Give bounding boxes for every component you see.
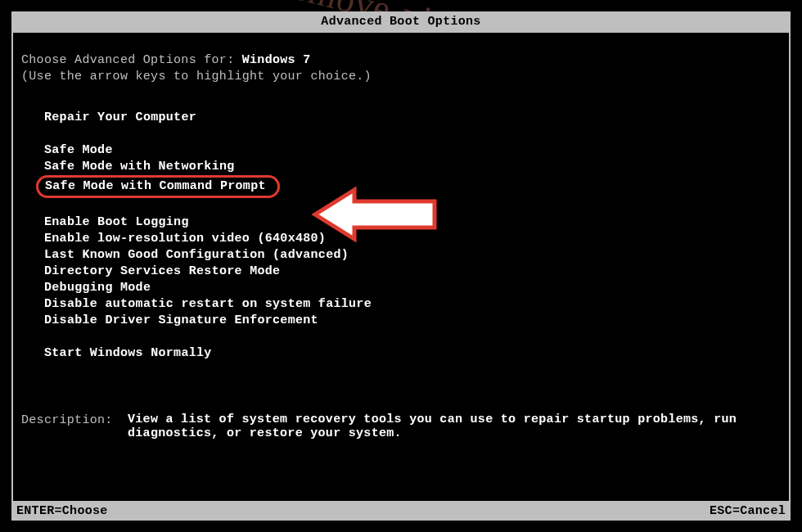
menu-separator	[44, 329, 781, 345]
choose-prefix: Choose Advanced Options for:	[21, 53, 242, 67]
boot-menu[interactable]: Repair Your ComputerSafe ModeSafe Mode w…	[44, 110, 781, 362]
content-area: Choose Advanced Options for: Windows 7 (…	[21, 52, 781, 493]
boot-menu-item[interactable]: Enable low-resolution video (640x480)	[44, 231, 781, 247]
description-text: View a list of system recovery tools you…	[128, 413, 781, 440]
boot-menu-item[interactable]: Enable Boot Logging	[44, 214, 781, 231]
boot-menu-item[interactable]: Debugging Mode	[44, 280, 781, 296]
choose-line: Choose Advanced Options for: Windows 7	[21, 52, 781, 69]
description-row: Description: View a list of system recov…	[21, 413, 781, 440]
menu-separator	[44, 198, 781, 214]
boot-menu-item[interactable]: Start Windows Normally	[44, 345, 781, 362]
menu-separator	[44, 126, 781, 142]
boot-menu-item[interactable]: Safe Mode with Networking	[44, 159, 781, 175]
hint-line: (Use the arrow keys to highlight your ch…	[21, 69, 781, 85]
boot-menu-item[interactable]: Last Known Good Configuration (advanced)	[44, 247, 781, 264]
boot-menu-item-highlighted[interactable]: Safe Mode with Command Prompt	[36, 175, 280, 198]
footer-enter: ENTER=Choose	[16, 504, 108, 518]
boot-menu-item[interactable]: Disable Driver Signature Enforcement	[44, 313, 781, 329]
footer-bar: ENTER=Choose ESC=Cancel	[11, 501, 791, 521]
os-name: Windows 7	[242, 53, 311, 67]
boot-menu-item[interactable]: Repair Your Computer	[44, 110, 781, 126]
window-title: Advanced Boot Options	[11, 11, 791, 33]
boot-menu-item[interactable]: Directory Services Restore Mode	[44, 264, 781, 280]
boot-menu-item[interactable]: Safe Mode	[44, 142, 781, 159]
boot-menu-item[interactable]: Safe Mode with Command Prompt	[44, 175, 781, 198]
footer-esc: ESC=Cancel	[710, 504, 786, 518]
boot-options-window: Advanced Boot Options Choose Advanced Op…	[11, 11, 791, 521]
description-label: Description:	[21, 413, 128, 440]
boot-menu-item[interactable]: Disable automatic restart on system fail…	[44, 296, 781, 313]
